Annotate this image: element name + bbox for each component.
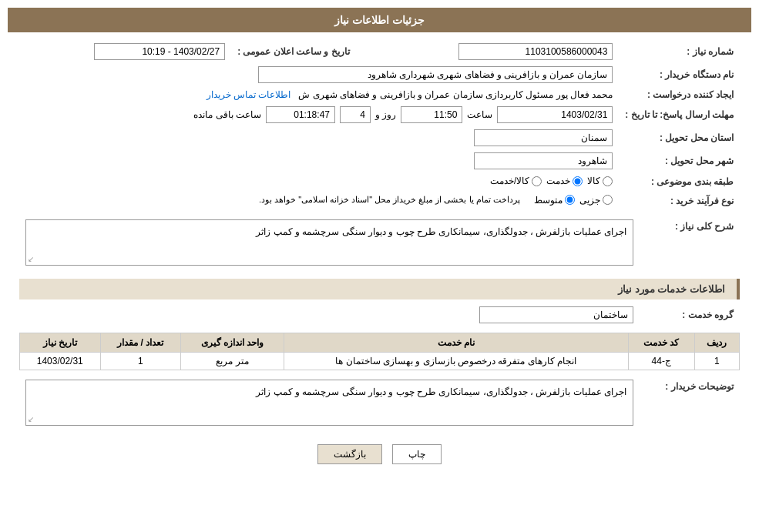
sharh-table: شرح کلی نیاز : اجرای عملیات بازلفرش ، جد… [19, 216, 740, 273]
print-button[interactable]: چاپ [392, 444, 442, 464]
col-tedad: تعداد / مقدار [100, 333, 180, 353]
radio-kala: کالا [587, 176, 613, 186]
roz-label: روز و [375, 109, 396, 120]
shomara-label: شماره نیاز : [619, 40, 740, 63]
col-nam: نام خدمت [284, 333, 628, 353]
radio-motavasset-input[interactable] [565, 195, 575, 205]
cell-tedad: 1 [100, 353, 180, 370]
tozih-value-cell: اجرای عملیات بازلفرش ، جدولگذاری، سیمانک… [19, 376, 640, 433]
col-vahed: واحد اندازه گیری [180, 333, 284, 353]
radio-khedmat: خدمت [546, 176, 583, 186]
sharh-text: اجرای عملیات بازلفرش ، جدولگذاری، سیمانک… [256, 226, 626, 237]
cell-nam: انجام کارهای متفرقه درخصوص بازسازی و بهس… [284, 353, 628, 370]
mohlat-date: 1403/02/31 [497, 106, 613, 123]
table-row: 1 ج-44 انجام کارهای متفرقه درخصوص بازساز… [20, 353, 740, 370]
cell-vahed: متر مربع [180, 353, 284, 370]
button-row: چاپ بازگشت [19, 444, 740, 464]
noe-note: پرداخت تمام یا بخشی از مبلغ خریداز محل "… [259, 195, 520, 205]
shahr-input: شاهرود [474, 152, 613, 169]
sharh-box: اجرای عملیات بازلفرش ، جدولگذاری، سیمانک… [25, 219, 633, 266]
nam-dastgah-value: سازمان عمران و بازافرینی و فضاهای شهری ش… [19, 63, 619, 86]
sharh-value-cell: اجرای عملیات بازلفرش ، جدولگذاری، سیمانک… [19, 216, 640, 273]
tarikh-input: 1403/02/27 - 10:19 [94, 43, 225, 60]
baqi-label: ساعت باقی مانده [193, 109, 261, 120]
shahr-value: شاهرود [19, 149, 619, 172]
grohe-input: ساختمان [479, 306, 633, 323]
tozih-label: توضیحات خریدار : [640, 376, 740, 433]
ostan-input: سمنان [474, 129, 613, 146]
content-section: شماره نیاز : 1103100586000043 تاریخ و سا… [8, 40, 751, 464]
services-header: اطلاعات خدمات مورد نیاز [19, 279, 740, 299]
tarikh-label: تاریخ و ساعت اعلان عمومی : [231, 40, 373, 63]
tabaqe-label: طبقه بندی موضوعی : [619, 172, 740, 192]
tamas-link[interactable]: اطلاعات تماس خریدار [207, 89, 291, 100]
shahr-label: شهر محل تحویل : [619, 149, 740, 172]
noe-farayand-row: جزیی متوسط پرداخت تمام یا بخشی از مبلغ خ… [19, 192, 619, 211]
col-tarikh: تاریخ نیاز [20, 333, 101, 353]
radio-khedmat-input[interactable] [573, 176, 583, 186]
mohlat-row: 1403/02/31 ساعت 11:50 روز و 4 01:18:47 س… [19, 103, 619, 126]
nam-dastgah-input: سازمان عمران و بازافرینی و فضاهای شهری ش… [258, 66, 613, 83]
back-button[interactable]: بازگشت [317, 444, 382, 464]
saaat-label: ساعت [467, 109, 492, 120]
sharh-label: شرح کلی نیاز : [640, 216, 740, 273]
ostan-value: سمنان [19, 126, 619, 149]
grohe-table: گروه خدمت : ساختمان [19, 303, 740, 326]
tabaqe-options: کالا خدمت کالا/خدمت [19, 172, 619, 192]
ostan-label: استان محل تحویل : [619, 126, 740, 149]
grohe-value-cell: ساختمان [19, 303, 640, 326]
info-table: شماره نیاز : 1103100586000043 تاریخ و سا… [19, 40, 740, 210]
radio-kala-khedmat: کالا/خدمت [490, 176, 542, 186]
services-table: ردیف کد خدمت نام خدمت واحد اندازه گیری ت… [19, 333, 740, 370]
page-wrapper: جزئیات اطلاعات نیاز شماره نیاز : 1103100… [0, 0, 759, 532]
mohlat-label: مهلت ارسال پاسخ: تا تاریخ : [619, 103, 740, 126]
mohlat-saaat: 01:18:47 [266, 106, 335, 123]
tozih-table: توضیحات خریدار : اجرای عملیات بازلفرش ، … [19, 376, 740, 433]
page-header: جزئیات اطلاعات نیاز [8, 8, 751, 32]
radio-jozi: جزیی [579, 195, 613, 206]
radio-kala-input[interactable] [603, 176, 613, 186]
nam-dastgah-label: نام دستگاه خریدار : [619, 63, 740, 86]
resize-handle: ↙ [28, 255, 34, 263]
shomara-value: 1103100586000043 [373, 40, 620, 63]
cell-kod: ج-44 [628, 353, 694, 370]
tozih-text: اجرای عملیات بازلفرش ، جدولگذاری، سیمانک… [256, 386, 626, 397]
tozih-box: اجرای عملیات بازلفرش ، جدولگذاری، سیمانک… [25, 380, 633, 426]
grohe-label: گروه خدمت : [640, 303, 740, 326]
col-kod: کد خدمت [628, 333, 694, 353]
radio-motavasset: متوسط [534, 195, 575, 206]
mohlat-roz: 4 [340, 106, 371, 123]
ijad-label: ایجاد کننده درخواست : [619, 86, 740, 103]
shomara-input: 1103100586000043 [458, 43, 613, 60]
cell-tarikh: 1403/02/31 [20, 353, 101, 370]
radio-jozi-input[interactable] [603, 195, 613, 205]
ijad-text: محمد فعال پور مسئول کاربردازی سازمان عمر… [298, 89, 613, 100]
tarikh-value: 1403/02/27 - 10:19 [19, 40, 231, 63]
page-title: جزئیات اطلاعات نیاز [334, 14, 425, 26]
mohlat-time: 11:50 [401, 106, 462, 123]
radio-kala-khedmat-input[interactable] [532, 176, 542, 186]
col-radif: ردیف [694, 333, 739, 353]
resize-handle2: ↙ [28, 415, 34, 423]
noe-farayand-label: نوع فرآیند خرید : [619, 192, 740, 211]
cell-radif: 1 [694, 353, 739, 370]
ijad-value: محمد فعال پور مسئول کاربردازی سازمان عمر… [19, 86, 619, 103]
